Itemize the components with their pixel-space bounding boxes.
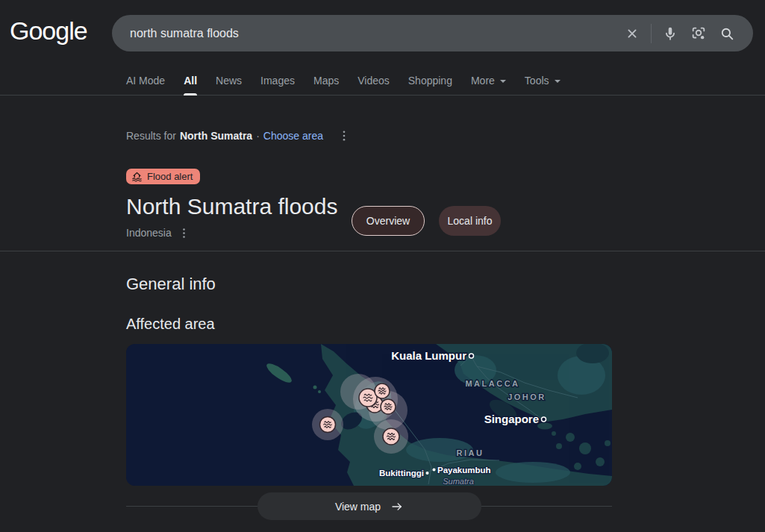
search-bar-divider [651, 24, 652, 43]
tab-label: Images [260, 75, 295, 87]
event-country: Indonesia [126, 227, 172, 239]
search-nav-tabs: AI Mode All News Images Maps Videos Shop… [126, 70, 561, 96]
tab-label: AI Mode [126, 75, 165, 87]
tab-all[interactable]: All [184, 70, 197, 96]
affected-area-map[interactable]: Kuala Lumpur MALACCA JOHOR Singapore RIA… [126, 344, 612, 486]
town-dot-bukittinggi [426, 472, 429, 475]
results-prefix: Results for [126, 130, 176, 142]
affected-area-heading: Affected area [126, 316, 215, 333]
tab-shopping[interactable]: Shopping [408, 70, 452, 96]
tab-label: News [216, 75, 242, 87]
town-dot-payakumbuh [433, 469, 436, 472]
tab-local-info[interactable]: Local info [439, 206, 501, 236]
clear-icon[interactable] [618, 19, 646, 48]
tab-label: More [471, 75, 495, 87]
dot-separator: · [256, 130, 260, 142]
google-search-page: Google [0, 0, 765, 532]
tab-maps[interactable]: Maps [313, 70, 339, 96]
tab-tools[interactable]: Tools [525, 70, 561, 96]
view-map-button[interactable]: View map [257, 492, 481, 520]
flood-alert-label: Flood alert [147, 171, 193, 182]
tab-ai-mode[interactable]: AI Mode [126, 70, 165, 96]
tab-label: Shopping [408, 75, 452, 87]
tab-images[interactable]: Images [260, 70, 295, 96]
flood-marker[interactable] [320, 417, 336, 433]
chip-label: Local info [448, 215, 493, 227]
tab-news[interactable]: News [216, 70, 242, 96]
page-title: North Sumatra floods [126, 194, 337, 219]
map-label-payakumbuh: Payakumbuh [437, 466, 491, 475]
search-input[interactable] [130, 27, 618, 40]
flood-house-icon [131, 171, 143, 182]
city-dot-singapore [542, 417, 546, 422]
flood-alert-badge: Flood alert [126, 169, 200, 184]
search-header: Google [0, 0, 765, 96]
more-options-icon[interactable] [336, 128, 352, 144]
search-bar-icons [618, 19, 741, 48]
city-dot-kuala-lumpur [469, 354, 474, 358]
tab-videos[interactable]: Videos [357, 70, 390, 96]
search-icon[interactable] [713, 19, 741, 48]
flood-marker[interactable] [381, 399, 396, 414]
results-location-bar: Results for North Sumatra · Choose area [126, 128, 352, 144]
map-label-bukittinggi: Bukittinggi [379, 469, 424, 478]
map-label-riau: RIAU [457, 448, 484, 457]
tab-label: Videos [357, 75, 390, 87]
chip-label: Overview [366, 215, 410, 227]
map-label-johor: JOHOR [508, 392, 546, 401]
search-bar[interactable] [112, 15, 753, 51]
tab-label: All [184, 75, 197, 87]
choose-area-link[interactable]: Choose area [263, 130, 323, 142]
event-subtitle-row: Indonesia [126, 225, 193, 241]
tab-more[interactable]: More [471, 70, 506, 96]
mic-icon[interactable] [656, 19, 684, 48]
more-options-icon[interactable] [176, 225, 193, 241]
map-label-singapore: Singapore [484, 413, 539, 425]
tab-label: Maps [313, 75, 339, 87]
map-label-malacca: MALACCA [465, 379, 519, 388]
flood-marker[interactable] [383, 428, 399, 445]
general-info-heading: General info [126, 275, 216, 294]
arrow-right-icon [390, 500, 404, 513]
lens-icon[interactable] [684, 19, 713, 48]
results-area: North Sumatra [180, 130, 252, 142]
google-logo[interactable]: Google [10, 16, 87, 46]
section-divider [0, 251, 765, 251]
map-label-sumatra: Sumatra [443, 477, 474, 486]
tab-overview[interactable]: Overview [352, 206, 425, 236]
map-label-kuala-lumpur: Kuala Lumpur [391, 349, 466, 362]
tab-label: Tools [525, 75, 549, 87]
chevron-down-icon [555, 80, 561, 86]
view-map-label: View map [335, 501, 381, 513]
chevron-down-icon [500, 80, 506, 86]
flood-marker[interactable] [375, 384, 390, 398]
